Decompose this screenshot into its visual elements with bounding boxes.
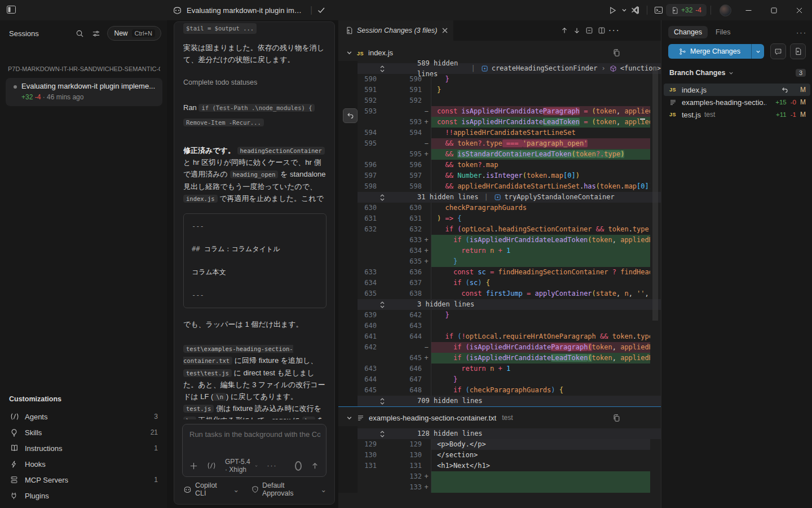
new-file-icon-button[interactable] xyxy=(790,43,806,59)
new-session-button[interactable]: NewCtrl+N xyxy=(107,26,162,41)
branch-changes-label[interactable]: Branch Changes xyxy=(669,69,725,77)
merge-changes-button[interactable]: Merge Changes xyxy=(668,44,764,59)
collapse-all-icon[interactable] xyxy=(583,24,595,37)
chat-title-bar: Evaluating markdown-it plugin impl... | xyxy=(173,0,326,20)
panel-more-icon[interactable]: ··· xyxy=(796,28,807,37)
sidebar-item-instructions[interactable]: Instructions1 xyxy=(0,440,167,456)
sidebar-item-agents[interactable]: Agents3 xyxy=(0,409,167,424)
tab-files[interactable]: Files xyxy=(716,28,730,36)
hidden-lines-separator[interactable]: 3 hidden lines xyxy=(358,299,661,310)
diff-file-list: JS index.js 589 hidden lines|createHeadi… xyxy=(338,41,661,508)
session-list-item[interactable]: Evaluating markdown-it plugin impleme...… xyxy=(6,78,162,106)
diff-line: 641644 if (!optLocal.requireHrAtOneParag… xyxy=(338,331,661,342)
discard-change-button[interactable] xyxy=(343,108,358,123)
changed-file-row-index.js[interactable]: JS index.js M xyxy=(664,84,810,96)
usage-ring-icon xyxy=(295,461,302,471)
close-tab-icon[interactable] xyxy=(442,28,448,33)
modified-badge: M xyxy=(800,98,806,106)
close-button[interactable] xyxy=(787,0,812,20)
diff-line: 597597 && Number.isInteger(token.map[0]) xyxy=(338,170,661,181)
hidden-lines-separator[interactable]: 31 hidden lines|tryApplyStandaloneContai… xyxy=(358,192,661,203)
approvals-selector[interactable]: Default Approvals⌄ xyxy=(251,481,326,497)
copy-file-icon[interactable] xyxy=(612,414,620,422)
unfold-icon[interactable] xyxy=(379,397,386,405)
previous-change-icon[interactable] xyxy=(558,24,571,37)
unfold-icon[interactable] xyxy=(379,194,386,202)
editor-actions: ··· xyxy=(558,20,620,41)
vscode-logo-icon xyxy=(628,3,643,17)
mark-done-icon[interactable] xyxy=(317,6,326,15)
diff-line: 593−const isAppliedHrCandidateParagraph … xyxy=(338,106,661,117)
discard-file-icon[interactable] xyxy=(781,86,788,94)
session-item-meta: +32 -4 · 46 mins ago xyxy=(21,93,83,101)
count-badge: 1 xyxy=(154,444,158,452)
chat-input[interactable]: Run tasks in the background with the Cop… xyxy=(182,424,326,477)
markdown-code-block: --- ## コラム：コラムタイトル コラム本文 --- xyxy=(183,213,326,309)
agent-tools-icon[interactable] xyxy=(207,462,216,470)
changed-file-row-test.js[interactable]: JS test.jstest +11-1 M xyxy=(664,108,810,121)
divider: | xyxy=(310,5,312,15)
sidebar-item-mcp-servers[interactable]: MCP Servers1 xyxy=(0,472,167,488)
avatar[interactable] xyxy=(720,5,731,16)
comment-icon-button[interactable] xyxy=(770,43,786,59)
copy-file-icon[interactable] xyxy=(612,49,620,57)
attach-icon[interactable] xyxy=(189,462,198,470)
text-file-icon xyxy=(357,414,364,422)
terminal-icon[interactable] xyxy=(651,3,666,17)
more-options-icon[interactable]: ··· xyxy=(267,462,277,470)
diff-line: 635638 const firstJump = applyContainer(… xyxy=(338,288,661,299)
editor-scrollbar[interactable] xyxy=(652,67,658,321)
assistant-paragraph: 実装は固まりました。依存の残り物を消して、差分だけの状態に戻します。 xyxy=(183,42,326,65)
minimize-button[interactable] xyxy=(736,0,761,20)
session-diff-badge[interactable]: +32-4 xyxy=(666,4,707,16)
chevron-down-icon[interactable] xyxy=(346,50,352,56)
chat-input-placeholder: Run tasks in the background with the Cop… xyxy=(189,430,320,439)
symbol-method-icon[interactable]: createHeadingSectionFinder xyxy=(481,63,598,74)
merge-dropdown-icon[interactable] xyxy=(752,44,764,59)
changed-file-row-examples-heading-sectio...[interactable]: examples-heading-sectio... +15-0 M xyxy=(664,96,810,108)
hooks-icon xyxy=(10,460,19,468)
model-picker[interactable]: GPT-5.4 · Xhigh xyxy=(225,458,258,474)
customizations-section: Customizations Agents3 Skills21 Instruct… xyxy=(0,395,167,503)
unfold-icon[interactable] xyxy=(379,430,386,438)
search-icon[interactable] xyxy=(76,29,84,38)
agents-icon xyxy=(10,413,19,421)
run-dropdown-icon[interactable] xyxy=(620,3,628,17)
diff-line: 631631) => { xyxy=(338,213,661,224)
toggle-sidebar-icon[interactable] xyxy=(6,4,17,15)
sessions-sidebar: Sessions NewCtrl+N P7D-MARKDOWN-IT-HR-SA… xyxy=(0,20,167,508)
symbol-method-icon[interactable]: tryApplyStandaloneContainer xyxy=(494,192,615,203)
diff-file-header[interactable]: examples-heading-section-container.txtte… xyxy=(338,409,661,426)
diff-line: 633636 const sc = findHeadingSectionCont… xyxy=(338,267,661,278)
diff-file-index.js: JS index.js 589 hidden lines|createHeadi… xyxy=(338,44,661,406)
unfold-icon[interactable] xyxy=(379,65,386,73)
maximize-button[interactable] xyxy=(761,0,787,20)
file-diff-icon xyxy=(345,27,353,34)
split-view-icon[interactable] xyxy=(595,24,608,37)
next-change-icon[interactable] xyxy=(571,24,583,37)
ran-command-line[interactable]: Ran if (Test-Path .\node_modules) { Remo… xyxy=(183,100,326,130)
run-icon[interactable] xyxy=(606,3,620,17)
hidden-lines-separator[interactable]: 128 hidden lines xyxy=(358,428,661,439)
tab-changes[interactable]: Changes xyxy=(668,26,708,38)
hidden-lines-separator[interactable]: 589 hidden lines|createHeadingSectionFin… xyxy=(358,63,661,74)
diff-line: 133+ xyxy=(338,482,661,493)
text-file-icon xyxy=(668,99,677,106)
cli-selector[interactable]: Copilot CLI⌄ xyxy=(183,481,239,497)
hidden-lines-separator[interactable]: 709 hidden lines xyxy=(358,396,661,406)
javascript-file-icon: JS xyxy=(668,112,677,117)
tab-session-changes[interactable]: Session Changes (3 files) xyxy=(338,20,453,41)
diff-file-header[interactable]: JS index.js xyxy=(338,44,661,61)
chat-column: $tail = $output ... 実装は固まりました。依存の残り物を消して… xyxy=(167,20,338,508)
sidebar-item-hooks[interactable]: Hooks xyxy=(0,456,167,472)
sidebar-item-plugins[interactable]: Plugins xyxy=(0,488,167,503)
filter-icon[interactable] xyxy=(92,29,100,38)
send-icon[interactable] xyxy=(311,462,319,470)
chevron-down-icon[interactable] xyxy=(346,415,352,421)
diff-line: 593+const isAppliedHrCandidateLeadToken … xyxy=(338,117,661,128)
changes-count-badge: 3 xyxy=(796,69,806,77)
diff-line: 634637 if (sc) { xyxy=(338,278,661,288)
sidebar-item-skills[interactable]: Skills21 xyxy=(0,424,167,440)
unfold-icon[interactable] xyxy=(379,301,386,309)
more-actions-icon[interactable]: ··· xyxy=(608,24,620,37)
